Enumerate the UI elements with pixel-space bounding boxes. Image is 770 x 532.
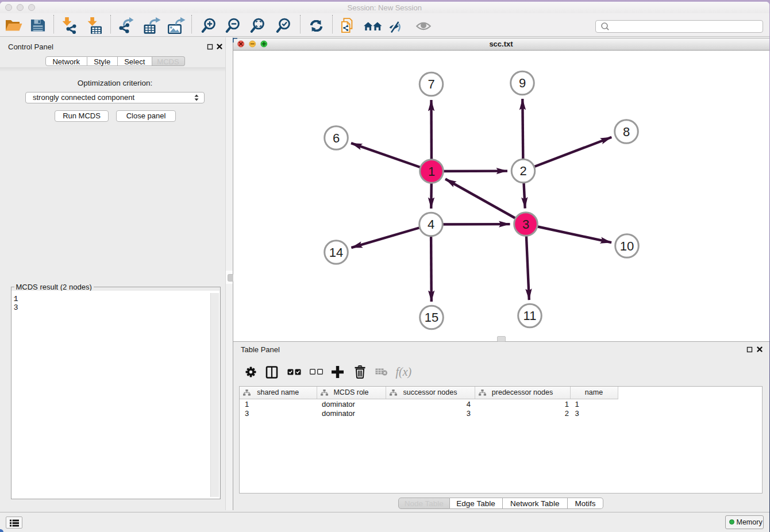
svg-text:3: 3	[522, 217, 529, 231]
svg-text:9: 9	[518, 76, 525, 90]
svg-text:6: 6	[332, 130, 339, 145]
svg-text:15: 15	[424, 310, 438, 325]
svg-text:4: 4	[427, 217, 434, 232]
svg-text:1: 1	[428, 164, 434, 178]
svg-text:11: 11	[523, 309, 536, 323]
svg-text:8: 8	[622, 124, 629, 138]
svg-text:2: 2	[519, 164, 526, 178]
svg-text:10: 10	[619, 238, 633, 253]
svg-text:14: 14	[329, 245, 342, 259]
svg-text:7: 7	[428, 77, 434, 91]
